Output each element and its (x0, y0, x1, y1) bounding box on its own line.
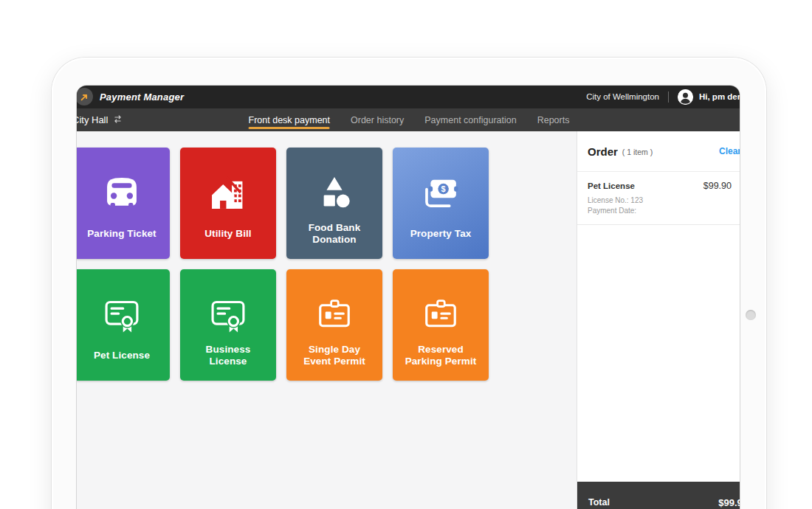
order-item-price: $99.90 (703, 181, 732, 191)
order-item-details: License No.: 123 Payment Date: (588, 195, 732, 216)
header-divider (668, 91, 669, 103)
shapes-icon (314, 170, 354, 215)
order-panel: Order ( 1 item ) Clear Pet License $99.9… (577, 131, 740, 509)
id-badge-icon (420, 291, 461, 337)
tab-payment-configuration[interactable]: Payment configuration (424, 108, 516, 131)
payment-manager-app: Payment Manager City of Wellmington Hi, … (76, 85, 740, 509)
location-label: City Hall (76, 114, 108, 125)
order-total-bar: Total $99.90 (577, 482, 740, 509)
tile-reserved-parking-permit[interactable]: Reserved Parking Permit (393, 269, 489, 381)
tile-parking-ticket[interactable]: Parking Ticket (76, 148, 170, 259)
location-switcher[interactable]: City Hall (76, 108, 123, 131)
tile-single-day-event-permit[interactable]: Single Day Event Permit (286, 269, 382, 381)
certificate-icon (101, 291, 142, 337)
order-item-row[interactable]: Pet License $99.90 License No.: 123 Paym… (577, 172, 740, 225)
tile-food-bank-donation[interactable]: Food Bank Donation (286, 148, 382, 259)
nav-tabs: Front desk payment Order history Payment… (249, 108, 570, 131)
id-badge-icon (314, 291, 355, 337)
tile-pet-license[interactable]: Pet License (76, 269, 170, 381)
tile-utility-bill[interactable]: Utility Bill (180, 148, 276, 259)
top-header-bar: Payment Manager City of Wellmington Hi, … (76, 85, 740, 108)
payment-manager-logo-icon (76, 88, 93, 105)
organization-name: City of Wellmington (586, 92, 659, 101)
total-label: Total (588, 497, 610, 508)
total-value: $99.90 (718, 497, 740, 508)
app-screen: Payment Manager City of Wellmington Hi, … (76, 85, 740, 509)
swap-icon (113, 114, 123, 126)
user-greeting: Hi, pm demo (699, 92, 740, 101)
main-content: Parking Ticket (76, 131, 740, 509)
order-item-count: ( 1 item ) (622, 146, 653, 156)
order-header: Order ( 1 item ) Clear (577, 131, 740, 172)
clear-order-button[interactable]: Clear (719, 146, 740, 156)
stage: Payment Manager City of Wellmington Hi, … (0, 0, 812, 509)
order-item-name: Pet License (588, 181, 635, 190)
svg-text:$: $ (441, 184, 446, 193)
user-menu[interactable]: Hi, pm demo (678, 89, 740, 105)
order-item-detail-license: License No.: 123 (588, 195, 732, 206)
tab-order-history[interactable]: Order history (351, 108, 404, 131)
tile-business-license[interactable]: Business License (180, 269, 276, 381)
camera-dot (746, 310, 756, 320)
tablet-device: Payment Manager City of Wellmington Hi, … (52, 58, 766, 509)
payment-tile-grid: Parking Ticket (76, 148, 489, 381)
order-title: Order (588, 145, 618, 158)
car-icon (100, 170, 143, 215)
certificate-icon (207, 291, 249, 337)
tab-reports[interactable]: Reports (537, 108, 570, 131)
order-item-detail-payment-date: Payment Date: (588, 206, 732, 216)
nav-bar: City Hall Front desk payment Order histo… (76, 108, 740, 131)
app-title: Payment Manager (100, 91, 184, 103)
banknote-icon: $ (419, 170, 462, 215)
house-building-icon (208, 170, 248, 215)
tile-property-tax[interactable]: $ Property Tax (393, 148, 489, 259)
user-avatar-icon (678, 89, 693, 105)
tab-front-desk-payment[interactable]: Front desk payment (249, 108, 330, 131)
